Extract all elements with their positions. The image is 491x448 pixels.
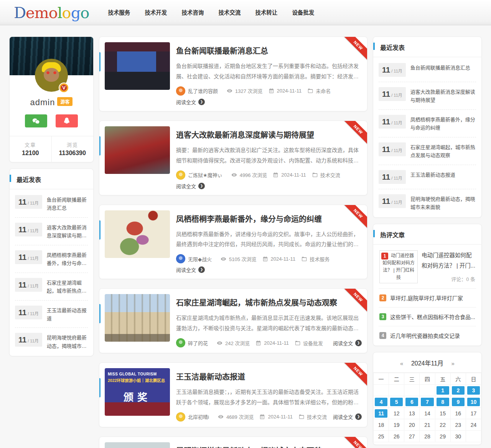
- article-thumbnail[interactable]: [105, 210, 170, 258]
- category-link[interactable]: 技术交流: [320, 171, 340, 179]
- chevron-right-icon: ❯: [355, 340, 362, 346]
- nav-item-tech-exchange[interactable]: 技术交流: [211, 0, 248, 25]
- widget-title: 最近发表: [373, 37, 481, 57]
- read-more-link[interactable]: 阅读全文❯: [333, 413, 362, 420]
- calendar-day[interactable]: 10: [466, 396, 481, 408]
- category-link[interactable]: 未命名: [316, 87, 331, 94]
- article-title[interactable]: 王玉洁最新动态报道: [176, 371, 362, 382]
- chevron-right-icon: ❯: [355, 413, 362, 420]
- recent-post-item[interactable]: 11 / 11月 石家庄星湖湾崛起，城市新热点发展与动态观察: [15, 273, 88, 301]
- stat-label-articles: 文章: [10, 141, 51, 148]
- calendar-day[interactable]: 7: [420, 396, 435, 408]
- calendar-day[interactable]: 11: [374, 408, 389, 419]
- stat-value-articles: 12100: [10, 150, 51, 157]
- recent-post-title: 王玉洁最新动态报道: [410, 170, 455, 179]
- calendar-day: 24: [466, 419, 481, 431]
- view-count: 5105 次浏览: [229, 255, 257, 263]
- nav-item-equipment[interactable]: 设备批发: [285, 0, 321, 25]
- profile-stats: 文章 12100 浏览 11306390: [10, 136, 93, 162]
- article-list: NEW 鱼台新闻联播最新消息汇总 鱼台新闻联播报道，近期鱼台地区发生了一系列重要…: [99, 36, 367, 448]
- recent-post-item[interactable]: 11 / 11月 石家庄星湖湾崛起，城市新热点发展与动态观察: [379, 137, 476, 165]
- recent-posts-widget-right: 最近发表 11 / 11月 鱼台新闻联播最新消息汇总 11 / 11月 逍客大改…: [373, 36, 482, 218]
- wechat-icon: [32, 117, 40, 125]
- author-name: 北岸初晴i: [188, 413, 209, 420]
- logo-letter: o: [80, 4, 89, 21]
- new-ribbon: NEW: [340, 205, 367, 232]
- article-excerpt: 石家庄星湖湾成为城市新热点，最新消息显示其正在迅速发展。该地区展现出蓬勃活力，不…: [176, 313, 362, 334]
- calendar-day[interactable]: 6: [404, 396, 420, 408]
- wechat-button[interactable]: [25, 114, 47, 127]
- author-avatar: [176, 412, 185, 422]
- verified-badge-icon: V: [59, 83, 69, 93]
- recent-post-item[interactable]: 11 / 11月 王玉洁最新动态报道: [15, 301, 88, 328]
- recent-post-item[interactable]: 11 / 11月 昆明海埂悦府最新动态，揭晓城市未来面貌: [15, 328, 88, 355]
- date-badge: 11 / 11月: [379, 87, 406, 101]
- weekday-label: 四: [420, 373, 435, 385]
- recent-post-item[interactable]: 11 / 11月 王玉洁最新动态报道: [379, 165, 476, 189]
- calendar-day[interactable]: 2: [450, 385, 466, 396]
- card-accent-bar: [99, 136, 101, 155]
- logo-letter: D: [14, 4, 26, 21]
- qq-button[interactable]: [56, 114, 78, 127]
- site-header: Demologo 技术服务 技术开发 技术咨询 技术交流 技术转让 设备批发: [0, 0, 491, 25]
- date-badge: 11 / 11月: [15, 278, 42, 292]
- card-accent-bar: [99, 52, 101, 71]
- nav-item-tech-develop[interactable]: 技术开发: [137, 0, 174, 25]
- hot-article-item[interactable]: 3 这些饼干、糕点因指标不符合食品...: [379, 307, 476, 326]
- calendar-day: [389, 385, 404, 396]
- nav-item-tech-transfer[interactable]: 技术转让: [248, 0, 285, 25]
- recent-post-item[interactable]: 11 / 11月 凤栖梧桐李燕最新番外，缘分与命运的纠缠: [15, 245, 88, 273]
- article-title[interactable]: 石家庄星湖湾崛起，城市新热点发展与动态观察: [176, 297, 362, 308]
- recent-post-item[interactable]: 11 / 11月 鱼台新闻联播最新消息汇总: [15, 190, 88, 218]
- calendar-next-button[interactable]: »: [445, 360, 461, 367]
- nav-item-tech-service[interactable]: 技术服务: [101, 0, 137, 25]
- article-thumbnail[interactable]: [105, 294, 170, 342]
- calendar-day[interactable]: 1: [435, 385, 450, 396]
- hot-article-item[interactable]: 1动门遥控器如何配和对码方法？ | 开门红科技 电动门遥控器如何配和对码方法？ …: [379, 245, 476, 289]
- calendar-day[interactable]: 3: [466, 385, 481, 396]
- recent-post-item[interactable]: 11 / 11月 鱼台新闻联播最新消息汇总: [379, 58, 476, 82]
- article-title[interactable]: 凤栖梧桐李燕最新番外，缘分与命运的纠缠: [176, 213, 362, 224]
- calendar-day: 23: [450, 419, 466, 431]
- recent-post-item[interactable]: 11 / 11月 逍客大改款最新消息深度解读与期待展望: [379, 82, 476, 110]
- calendar-day[interactable]: 9: [450, 396, 466, 408]
- nav-item-tech-consult[interactable]: 技术咨询: [174, 0, 211, 25]
- site-logo[interactable]: Demologo: [14, 0, 89, 25]
- read-more-link[interactable]: 阅读全文❯: [176, 98, 205, 106]
- recent-post-item[interactable]: 11 / 11月 昆明海埂悦府最新动态，揭晓城市未来面貌: [379, 189, 476, 217]
- article-thumbnail[interactable]: MISS GLOBAL TOURISM 2022环球旅游小姐｜湖北赛区总 颁奖: [105, 368, 170, 416]
- author-avatar: [176, 338, 185, 347]
- calendar-day[interactable]: 8: [435, 396, 450, 408]
- category-link[interactable]: 技术交流: [307, 413, 327, 420]
- chevron-right-icon: ❯: [198, 183, 205, 189]
- read-more-link[interactable]: 阅读全文❯: [176, 182, 205, 190]
- article-card: NEW 鱼台新闻联播最新消息汇总 鱼台新闻联播报道，近期鱼台地区发生了一系列重要…: [99, 36, 367, 111]
- recent-post-item[interactable]: 11 / 11月 凤栖梧桐李燕最新番外，缘分与命运的纠缠: [379, 110, 476, 137]
- rank-badge: 4: [379, 332, 386, 339]
- article-thumbnail[interactable]: [105, 42, 170, 90]
- read-more-link[interactable]: 阅读全文❯: [333, 339, 362, 347]
- profile-avatar[interactable]: V: [35, 59, 68, 92]
- article-card: NEW 昆明海埂悦府最新动态，揭晓城市未来面貌 昆明海埂悦府最新动态揭示城市未来…: [99, 436, 367, 448]
- recent-post-item[interactable]: 11 / 11月 逍客大改款最新消息深度解读与期待展望: [15, 218, 88, 245]
- hot-article-item[interactable]: 2 草坪灯,庭院草坪灯,草坪灯厂家: [379, 289, 476, 307]
- article-title[interactable]: 逍客大改款最新消息深度解读与期待展望: [176, 129, 362, 140]
- read-more-link[interactable]: 阅读全文❯: [176, 266, 205, 273]
- new-ribbon: NEW: [340, 121, 367, 148]
- calendar-prev-button[interactable]: «: [394, 360, 409, 367]
- article-title[interactable]: 鱼台新闻联播最新消息汇总: [176, 45, 362, 56]
- calendar-day: 14: [420, 408, 435, 419]
- category-link[interactable]: 设备批发: [303, 339, 323, 347]
- article-thumbnail[interactable]: [105, 442, 170, 448]
- calendar-day: 15: [435, 408, 450, 419]
- calendar-day[interactable]: 4: [374, 396, 389, 408]
- hot-article-item[interactable]: 4 近几年明代瓷器拍卖成交记录: [379, 326, 476, 345]
- calendar-day: [466, 431, 481, 442]
- calendar-day[interactable]: 5: [389, 396, 404, 408]
- article-thumbnail[interactable]: [105, 126, 170, 174]
- weekday-label: 日: [466, 373, 481, 385]
- article-title[interactable]: 昆明海埂悦府最新动态，揭晓城市未来面貌: [176, 445, 362, 448]
- hot-article-title: 电动门遥控器如何配和对码方法？ | 开门...: [422, 250, 475, 271]
- calendar-widget: « 2024年11月 » 一 二 三 四 五 六 日: [373, 352, 482, 445]
- category-link[interactable]: 技术服务: [310, 255, 330, 263]
